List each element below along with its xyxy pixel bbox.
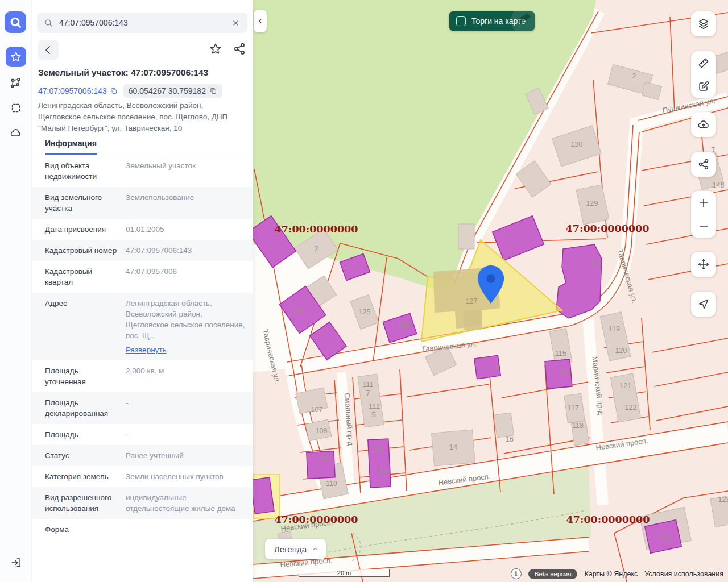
- search-value: 47:07:0957006:143: [59, 18, 231, 27]
- chevron-up-icon: [311, 545, 319, 553]
- expand-link[interactable]: Развернуть: [126, 344, 167, 355]
- share-object-button[interactable]: [233, 42, 246, 58]
- info-value: [126, 524, 246, 535]
- app-logo[interactable]: [5, 11, 26, 33]
- locate-button[interactable]: [691, 292, 716, 317]
- table-row: Площадь уточненная2,000 кв. м: [31, 360, 253, 392]
- star-icon: [10, 51, 22, 63]
- rail-favorites-button[interactable]: [6, 47, 26, 67]
- svg-text:5: 5: [372, 411, 376, 419]
- info-table: Вид объекта недвижимостиЗемельный участо…: [31, 155, 253, 582]
- map-canvas[interactable]: Невский просп. Таврическая ул. Таврическ…: [253, 0, 728, 582]
- sign-in-icon: [10, 556, 22, 569]
- rail-select-area-button[interactable]: [6, 98, 26, 118]
- back-button[interactable]: [38, 40, 59, 60]
- cloud-upload-icon: [697, 118, 710, 131]
- table-row: Вид земельного участкаЗемлепользование: [31, 187, 253, 219]
- copy-icon[interactable]: [110, 87, 118, 95]
- info-label: Кадастровый номер: [45, 245, 118, 256]
- legend-button[interactable]: Легенда: [265, 539, 326, 559]
- info-value: -: [126, 429, 246, 440]
- cloud-icon: [10, 127, 22, 139]
- table-row: Кадастровый номер47:07:0957006:143: [31, 240, 253, 261]
- search-input[interactable]: 47:07:0957006:143: [37, 13, 247, 33]
- upload-button[interactable]: [691, 112, 716, 137]
- svg-text:113: 113: [372, 446, 383, 454]
- star-outline-icon: [209, 42, 222, 56]
- info-value: -: [126, 397, 246, 419]
- dashed-select-icon: [10, 102, 22, 114]
- left-rail: [0, 0, 32, 582]
- layers-icon: [697, 18, 710, 30]
- info-label: Площадь декларированная: [45, 397, 118, 419]
- torgi-checkbox[interactable]: [456, 16, 466, 26]
- svg-text:47:00:0000000: 47:00:0000000: [275, 514, 358, 525]
- favorite-object-button[interactable]: [209, 42, 222, 58]
- info-label: Дата присвоения: [45, 224, 118, 235]
- rail-cloud-button[interactable]: [6, 123, 26, 143]
- svg-text:47:00:0000000: 47:00:0000000: [566, 514, 650, 525]
- scale-bar: 20 m: [299, 569, 390, 577]
- copy-icon[interactable]: [209, 87, 217, 95]
- ruler-button[interactable]: [691, 51, 716, 74]
- table-row: Площадь-: [31, 424, 253, 445]
- svg-text:121: 121: [620, 382, 632, 390]
- svg-text:111: 111: [362, 381, 373, 389]
- minus-icon: [697, 220, 710, 232]
- clear-search-icon[interactable]: [231, 18, 241, 28]
- svg-text:124: 124: [292, 307, 304, 315]
- share-map-button[interactable]: [691, 152, 716, 177]
- svg-text:127: 127: [466, 297, 478, 305]
- table-row: Вид объекта недвижимостиЗемельный участо…: [31, 155, 253, 187]
- coordinates-chip[interactable]: 60.054267 30.759182: [123, 84, 222, 98]
- zoom-in-button[interactable]: [691, 191, 716, 214]
- object-address: Ленинградская область, Всеволожский райо…: [38, 100, 242, 134]
- pan-button[interactable]: [691, 252, 716, 277]
- svg-text:110: 110: [326, 480, 337, 488]
- torgi-map-toggle[interactable]: Торги на карте: [449, 11, 535, 31]
- zoom-out-button[interactable]: [691, 214, 716, 238]
- object-header: [38, 40, 246, 60]
- navigate-icon: [697, 298, 710, 310]
- svg-text:47:00:0000000: 47:00:0000000: [566, 223, 650, 234]
- info-value: 2,000 кв. м: [126, 365, 246, 387]
- svg-text:12: 12: [592, 259, 599, 267]
- table-row: Кадастровый квартал47:07:0957006: [31, 261, 253, 293]
- collapse-panel-button[interactable]: [254, 10, 267, 32]
- info-label: Вид земельного участка: [45, 192, 118, 214]
- info-value: Землепользование: [126, 192, 246, 214]
- share-icon: [697, 158, 710, 171]
- table-row: Площадь декларированная-: [31, 392, 253, 424]
- layers-button[interactable]: [691, 11, 716, 36]
- cadastral-number-text: 47:07:0957006:143: [38, 86, 107, 95]
- svg-text:114: 114: [377, 467, 388, 475]
- info-value: Ленинградская область, Всеволожский райо…: [126, 299, 245, 340]
- legend-label: Легенда: [274, 544, 307, 554]
- svg-text:112: 112: [369, 402, 380, 410]
- terms-link[interactable]: Условия использования: [644, 570, 723, 578]
- info-label: Форма: [45, 524, 118, 535]
- rail-sign-in-button[interactable]: [6, 552, 26, 573]
- chips-row: 47:07:0957006:143 60.054267 30.759182: [38, 84, 222, 98]
- info-label: Вид объекта недвижимости: [45, 160, 118, 182]
- svg-text:16: 16: [506, 435, 514, 443]
- svg-text:120: 120: [615, 347, 627, 355]
- zoom-group: [691, 191, 716, 238]
- svg-text:126: 126: [399, 321, 411, 329]
- info-label: Адрес: [45, 298, 118, 355]
- tab-information[interactable]: Информация: [45, 139, 97, 155]
- table-row: Форма: [31, 519, 253, 540]
- rail-polygon-button[interactable]: [6, 73, 26, 93]
- map-copyright[interactable]: Карты © Яндекс: [584, 570, 638, 578]
- share-icon: [233, 42, 246, 56]
- edit-button[interactable]: [691, 74, 716, 98]
- plus-icon: [697, 197, 710, 209]
- info-value: Земельный участок: [126, 160, 246, 182]
- info-icon[interactable]: i: [511, 568, 522, 579]
- svg-text:14: 14: [449, 443, 457, 451]
- map-base: Невский просп. Таврическая ул. Таврическ…: [253, 0, 728, 582]
- cadastral-number-link[interactable]: 47:07:0957006:143: [38, 86, 118, 95]
- svg-text:2: 2: [632, 72, 636, 80]
- object-panel: 47:07:0957006:143 Земельный участок: 47:…: [31, 0, 253, 582]
- svg-text:108: 108: [316, 427, 328, 435]
